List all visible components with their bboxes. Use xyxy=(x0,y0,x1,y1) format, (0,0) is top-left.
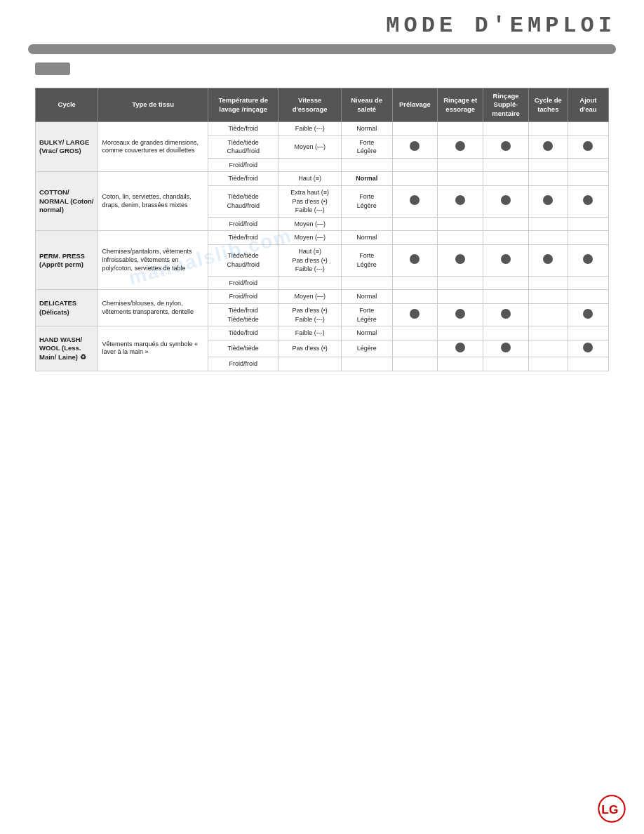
filled-dot xyxy=(410,254,420,264)
filled-dot xyxy=(543,141,553,151)
prelavage-cell xyxy=(392,172,438,186)
temp-cell: Froid/froid xyxy=(208,357,279,371)
filled-dot xyxy=(501,343,511,352)
cycle_taches-cell xyxy=(528,231,568,245)
svg-text:LG: LG xyxy=(601,802,618,816)
ajout_eau-cell xyxy=(568,290,608,304)
level-cell: Légère xyxy=(341,340,392,357)
ajout_eau-cell xyxy=(568,172,608,186)
rincage_sup-cell xyxy=(483,303,529,326)
page-header: MODE D'EMPLOI xyxy=(0,0,644,39)
rincage_sup-cell xyxy=(483,357,529,371)
rincage_ess-cell xyxy=(438,290,483,304)
speed-cell: Moyen (—) xyxy=(279,290,341,304)
col-fabric: Type de tissu xyxy=(98,88,208,122)
ajout_eau-cell xyxy=(568,231,608,245)
temp-cell: Tiède/froid xyxy=(208,172,279,186)
speed-cell xyxy=(279,158,341,172)
rincage_sup-cell xyxy=(483,276,529,290)
table-row: HAND WASH/ WOOL (Less. Main/ Laine) ♻Vêt… xyxy=(36,326,609,340)
col-cycle: Cycle xyxy=(36,88,98,122)
temp-cell: Tiède/froidTiède/tiède xyxy=(208,303,279,326)
cycle-table: Cycle Type de tissu Température de lavag… xyxy=(35,88,609,371)
bookmark-tab xyxy=(35,62,70,75)
temp-cell: Tiède/froid xyxy=(208,326,279,340)
temp-cell: Tiède/tièdeChaud/froid xyxy=(208,135,279,158)
rincage_ess-cell xyxy=(438,122,483,136)
rincage_ess-cell xyxy=(438,186,483,218)
level-cell xyxy=(341,276,392,290)
cycle-name-cell: BULKY/ LARGE (Vrac/ GROS) xyxy=(36,122,98,172)
rincage_ess-cell xyxy=(438,135,483,158)
rincage_ess-cell xyxy=(438,172,483,186)
ajout_eau-cell xyxy=(568,122,608,136)
rincage_sup-cell xyxy=(483,122,529,136)
rincage_ess-cell xyxy=(438,276,483,290)
speed-cell: Moyen (—) xyxy=(279,135,341,158)
speed-cell: Haut (≡) xyxy=(279,172,341,186)
temp-cell: Tiède/froid xyxy=(208,122,279,136)
prelavage-cell xyxy=(392,231,438,245)
table-row: BULKY/ LARGE (Vrac/ GROS)Morceaux de gra… xyxy=(36,122,609,136)
filled-dot xyxy=(501,195,511,205)
lg-logo: LG xyxy=(598,795,623,820)
speed-cell xyxy=(279,276,341,290)
filled-dot xyxy=(543,254,553,264)
ajout_eau-cell xyxy=(568,217,608,231)
temp-cell: Froid/froid xyxy=(208,158,279,172)
level-cell xyxy=(341,217,392,231)
speed-cell: Pas d'ess (•)Faible (---) xyxy=(279,303,341,326)
col-rincage-sup: Rinçage Supplé-mentaire xyxy=(483,88,529,122)
filled-dot xyxy=(455,195,465,205)
prelavage-cell xyxy=(392,158,438,172)
prelavage-cell xyxy=(392,303,438,326)
temp-cell: Tiède/froid xyxy=(208,231,279,245)
filled-dot xyxy=(501,254,511,264)
level-cell: ForteLégère xyxy=(341,244,392,276)
filled-dot xyxy=(455,309,465,319)
rincage_ess-cell xyxy=(438,357,483,371)
temp-cell: Tiède/tièdeChaud/froid xyxy=(208,244,279,276)
level-cell xyxy=(341,357,392,371)
ajout_eau-cell xyxy=(568,244,608,276)
cycle_taches-cell xyxy=(528,217,568,231)
fabric-type-cell: Chemises/pantalons, vêtements infroissab… xyxy=(98,231,208,290)
filled-dot xyxy=(455,141,465,151)
rincage_sup-cell xyxy=(483,290,529,304)
level-cell: ForteLégère xyxy=(341,135,392,158)
speed-cell: Haut (≡)Pas d'ess (•)Faible (---) xyxy=(279,244,341,276)
ajout_eau-cell xyxy=(568,158,608,172)
rincage_sup-cell xyxy=(483,340,529,357)
filled-dot xyxy=(583,254,593,264)
prelavage-cell xyxy=(392,340,438,357)
cycle-name-cell: COTTON/ NORMAL (Coton/ normal) xyxy=(36,172,98,231)
rincage_sup-cell xyxy=(483,158,529,172)
level-cell: Normal xyxy=(341,290,392,304)
filled-dot xyxy=(543,195,553,205)
lg-logo-svg: LG xyxy=(598,795,626,823)
rincage_sup-cell xyxy=(483,244,529,276)
page-title: MODE D'EMPLOI xyxy=(386,13,616,39)
ajout_eau-cell xyxy=(568,340,608,357)
rincage_ess-cell xyxy=(438,326,483,340)
col-prelavage: Prélavage xyxy=(392,88,438,122)
level-cell: Normal xyxy=(341,326,392,340)
cycle_taches-cell xyxy=(528,290,568,304)
cycle_taches-cell xyxy=(528,122,568,136)
col-rincage-ess: Rinçage et essorage xyxy=(438,88,483,122)
speed-cell: Moyen (—) xyxy=(279,217,341,231)
rincage_ess-cell xyxy=(438,340,483,357)
col-cycle-taches: Cycle de taches xyxy=(528,88,568,122)
level-cell xyxy=(341,158,392,172)
prelavage-cell xyxy=(392,122,438,136)
fabric-type-cell: Morceaux de grandes dimensions, comme co… xyxy=(98,122,208,172)
fabric-type-cell: Vêtements marqués du symbole « laver à l… xyxy=(98,326,208,371)
cycle_taches-cell xyxy=(528,276,568,290)
temp-cell: Tiède/tièdeChaud/froid xyxy=(208,186,279,218)
main-table-container: Cycle Type de tissu Température de lavag… xyxy=(35,88,609,371)
rincage_ess-cell xyxy=(438,303,483,326)
col-speed: Vitesse d'essorage xyxy=(279,88,341,122)
prelavage-cell xyxy=(392,276,438,290)
rincage_ess-cell xyxy=(438,231,483,245)
fabric-type-cell: Chemises/blouses, de nylon, vêtements tr… xyxy=(98,290,208,326)
